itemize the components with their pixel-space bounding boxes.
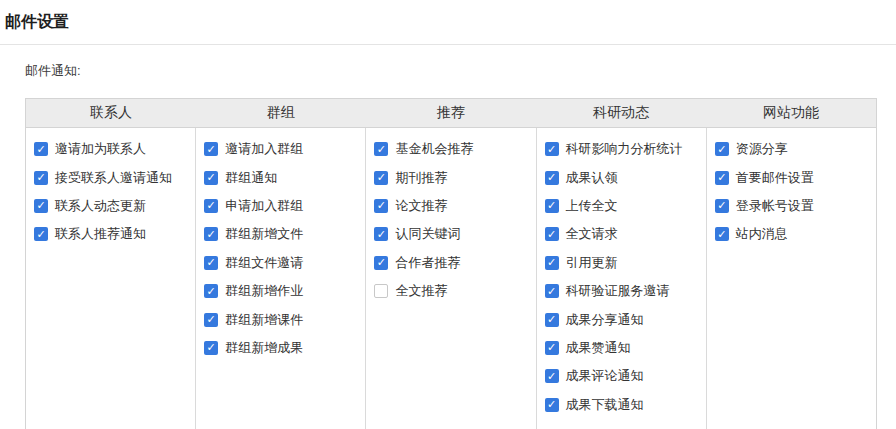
column-header-3: 科研动态 bbox=[536, 104, 706, 122]
column-2: 基金机会推荐期刊推荐论文推荐认同关键词合作者推荐全文推荐 bbox=[366, 128, 536, 429]
checked-checkbox-icon[interactable] bbox=[545, 256, 559, 270]
checkbox-label: 群组新增文件 bbox=[225, 225, 303, 243]
checkbox-label: 认同关键词 bbox=[395, 225, 460, 243]
checkbox-item[interactable]: 资源分享 bbox=[715, 135, 872, 163]
checkbox-item[interactable]: 期刊推荐 bbox=[374, 163, 531, 191]
checkbox-label: 科研影响力分析统计 bbox=[566, 140, 683, 158]
checkbox-item[interactable]: 登录帐号设置 bbox=[715, 192, 872, 220]
checked-checkbox-icon[interactable] bbox=[34, 171, 48, 185]
checkbox-item[interactable]: 成果分享通知 bbox=[545, 305, 702, 333]
email-notification-label: 邮件通知: bbox=[25, 62, 896, 80]
checked-checkbox-icon[interactable] bbox=[34, 227, 48, 241]
checkbox-item[interactable]: 上传全文 bbox=[545, 192, 702, 220]
checkbox-item[interactable]: 合作者推荐 bbox=[374, 249, 531, 277]
checkbox-label: 登录帐号设置 bbox=[736, 197, 814, 215]
column-0: 邀请加为联系人接受联系人邀请通知联系人动态更新联系人推荐通知 bbox=[26, 128, 196, 429]
checked-checkbox-icon[interactable] bbox=[204, 284, 218, 298]
column-header-1: 群组 bbox=[196, 104, 366, 122]
checkbox-label: 联系人推荐通知 bbox=[55, 225, 146, 243]
checkbox-item[interactable]: 全文请求 bbox=[545, 220, 702, 248]
checkbox-item[interactable]: 基金机会推荐 bbox=[374, 135, 531, 163]
checked-checkbox-icon[interactable] bbox=[204, 171, 218, 185]
checkbox-item[interactable]: 认同关键词 bbox=[374, 220, 531, 248]
checkbox-item[interactable]: 申请加入群组 bbox=[204, 192, 361, 220]
checkbox-item[interactable]: 群组新增课件 bbox=[204, 305, 361, 333]
checkbox-item[interactable]: 群组新增文件 bbox=[204, 220, 361, 248]
checkbox-label: 站内消息 bbox=[736, 225, 788, 243]
checkbox-item[interactable]: 科研影响力分析统计 bbox=[545, 135, 702, 163]
checkbox-item[interactable]: 成果赞通知 bbox=[545, 334, 702, 362]
checkbox-item[interactable]: 科研验证服务邀请 bbox=[545, 277, 702, 305]
checked-checkbox-icon[interactable] bbox=[715, 227, 729, 241]
checkbox-item[interactable]: 邀请加为联系人 bbox=[34, 135, 191, 163]
checked-checkbox-icon[interactable] bbox=[374, 227, 388, 241]
checkbox-label: 论文推荐 bbox=[395, 197, 447, 215]
checked-checkbox-icon[interactable] bbox=[715, 142, 729, 156]
checkbox-item[interactable]: 成果下载通知 bbox=[545, 391, 702, 419]
checked-checkbox-icon[interactable] bbox=[204, 256, 218, 270]
checked-checkbox-icon[interactable] bbox=[715, 171, 729, 185]
checkbox-item[interactable]: 联系人推荐通知 bbox=[34, 220, 191, 248]
column-header-0: 联系人 bbox=[26, 104, 196, 122]
column-header-4: 网站功能 bbox=[706, 104, 876, 122]
table-body-row: 邀请加为联系人接受联系人邀请通知联系人动态更新联系人推荐通知邀请加入群组群组通知… bbox=[26, 128, 876, 429]
email-notification-table: 联系人群组推荐科研动态网站功能 邀请加为联系人接受联系人邀请通知联系人动态更新联… bbox=[25, 98, 877, 429]
checkbox-label: 群组文件邀请 bbox=[225, 254, 303, 272]
checkbox-item[interactable]: 联系人动态更新 bbox=[34, 192, 191, 220]
checkbox-item[interactable]: 引用更新 bbox=[545, 249, 702, 277]
checkbox-label: 期刊推荐 bbox=[395, 169, 447, 187]
checked-checkbox-icon[interactable] bbox=[374, 142, 388, 156]
checked-checkbox-icon[interactable] bbox=[374, 199, 388, 213]
checked-checkbox-icon[interactable] bbox=[545, 341, 559, 355]
checkbox-label: 群组新增课件 bbox=[225, 311, 303, 329]
checked-checkbox-icon[interactable] bbox=[34, 199, 48, 213]
checkbox-label: 上传全文 bbox=[566, 197, 618, 215]
checkbox-item[interactable]: 群组通知 bbox=[204, 163, 361, 191]
checked-checkbox-icon[interactable] bbox=[545, 227, 559, 241]
checkbox-item[interactable]: 首要邮件设置 bbox=[715, 163, 872, 191]
checkbox-item[interactable]: 成果认领 bbox=[545, 163, 702, 191]
checkbox-label: 合作者推荐 bbox=[395, 254, 460, 272]
checkbox-label: 资源分享 bbox=[736, 140, 788, 158]
column-3: 科研影响力分析统计成果认领上传全文全文请求引用更新科研验证服务邀请成果分享通知成… bbox=[537, 128, 707, 429]
page-title: 邮件设置 bbox=[0, 0, 896, 44]
checked-checkbox-icon[interactable] bbox=[204, 227, 218, 241]
checked-checkbox-icon[interactable] bbox=[204, 142, 218, 156]
checked-checkbox-icon[interactable] bbox=[545, 313, 559, 327]
checkbox-label: 全文请求 bbox=[566, 225, 618, 243]
checkbox-item[interactable]: 成果评论通知 bbox=[545, 362, 702, 390]
checkbox-label: 申请加入群组 bbox=[225, 197, 303, 215]
checked-checkbox-icon[interactable] bbox=[374, 171, 388, 185]
checked-checkbox-icon[interactable] bbox=[545, 284, 559, 298]
checked-checkbox-icon[interactable] bbox=[545, 199, 559, 213]
checkbox-item[interactable]: 邀请加入群组 bbox=[204, 135, 361, 163]
checkbox-label: 基金机会推荐 bbox=[395, 140, 473, 158]
checkbox-item[interactable]: 站内消息 bbox=[715, 220, 872, 248]
title-divider bbox=[0, 44, 896, 45]
column-4: 资源分享首要邮件设置登录帐号设置站内消息 bbox=[707, 128, 876, 429]
checkbox-item[interactable]: 接受联系人邀请通知 bbox=[34, 163, 191, 191]
checkbox-item[interactable]: 全文推荐 bbox=[374, 277, 531, 305]
checked-checkbox-icon[interactable] bbox=[204, 199, 218, 213]
checkbox-item[interactable]: 群组文件邀请 bbox=[204, 249, 361, 277]
checkbox-label: 科研验证服务邀请 bbox=[566, 282, 670, 300]
checkbox-label: 成果评论通知 bbox=[566, 367, 644, 385]
checked-checkbox-icon[interactable] bbox=[204, 313, 218, 327]
column-header-2: 推荐 bbox=[366, 104, 536, 122]
checkbox-item[interactable]: 群组新增作业 bbox=[204, 277, 361, 305]
unchecked-checkbox-icon[interactable] bbox=[374, 284, 388, 298]
checked-checkbox-icon[interactable] bbox=[374, 256, 388, 270]
checked-checkbox-icon[interactable] bbox=[204, 341, 218, 355]
checked-checkbox-icon[interactable] bbox=[545, 142, 559, 156]
checkbox-item[interactable]: 论文推荐 bbox=[374, 192, 531, 220]
checkbox-label: 首要邮件设置 bbox=[736, 169, 814, 187]
checkbox-label: 引用更新 bbox=[566, 254, 618, 272]
checked-checkbox-icon[interactable] bbox=[715, 199, 729, 213]
checkbox-item[interactable]: 群组新增成果 bbox=[204, 334, 361, 362]
checkbox-label: 成果赞通知 bbox=[566, 339, 631, 357]
checked-checkbox-icon[interactable] bbox=[34, 142, 48, 156]
checked-checkbox-icon[interactable] bbox=[545, 171, 559, 185]
checkbox-label: 群组新增成果 bbox=[225, 339, 303, 357]
checked-checkbox-icon[interactable] bbox=[545, 369, 559, 383]
checked-checkbox-icon[interactable] bbox=[545, 398, 559, 412]
